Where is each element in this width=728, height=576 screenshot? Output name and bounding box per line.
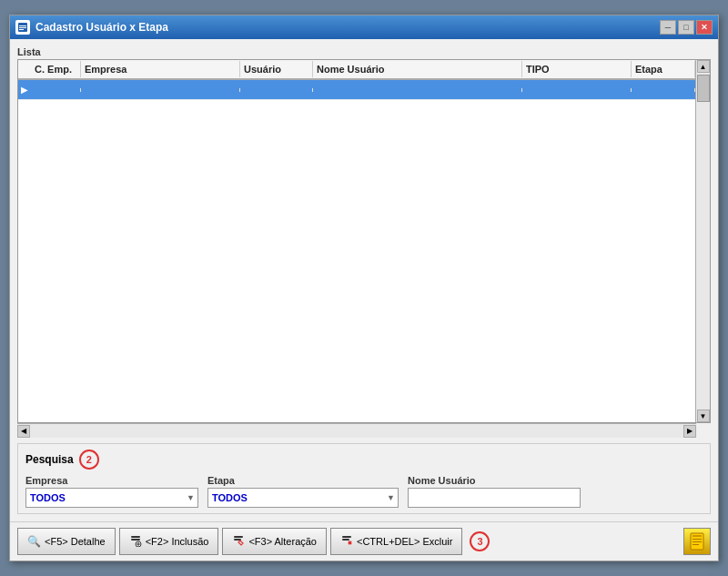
search-title-row: Pesquisa 2 xyxy=(25,450,703,470)
cell-nomeusuario xyxy=(313,88,522,92)
empresa-label: Empresa xyxy=(25,475,198,486)
cell-cemp xyxy=(31,88,81,92)
etapa-select[interactable]: TODOS xyxy=(207,488,399,508)
scroll-down-button[interactable]: ▼ xyxy=(697,409,710,422)
scroll-thumb[interactable] xyxy=(697,75,710,102)
svg-rect-18 xyxy=(693,541,702,542)
horizontal-scrollbar[interactable]: ◀ ▶ xyxy=(17,423,696,438)
nomeusuario-input[interactable] xyxy=(408,488,581,508)
table-header: C. Emp. Empresa Usuário Nome Usuário 1 T… xyxy=(18,60,710,80)
scroll-up-button[interactable]: ▲ xyxy=(697,60,710,73)
table-body[interactable]: ▶ xyxy=(18,80,710,422)
etapa-select-wrapper: TODOS ▼ xyxy=(207,488,399,508)
svg-rect-1 xyxy=(19,25,26,26)
cell-empresa xyxy=(81,88,240,92)
window-icon xyxy=(15,20,30,35)
window-controls: ─ □ ✕ xyxy=(660,20,713,35)
bottom-toolbar: 🔍 <F5> Detalhe <F2> Inclusão <F3> Altera… xyxy=(10,521,718,561)
empresa-select-wrapper: TODOS ▼ xyxy=(25,488,198,508)
edit-icon xyxy=(232,534,245,550)
svg-rect-3 xyxy=(19,29,24,30)
alteracao-button[interactable]: <F3> Alteração xyxy=(222,528,327,555)
hscroll-left-button[interactable]: ◀ xyxy=(17,425,30,438)
search-section: Pesquisa 2 Empresa TODOS ▼ xyxy=(17,443,711,514)
hscroll-track[interactable] xyxy=(30,424,683,438)
search-title: Pesquisa xyxy=(25,453,74,466)
badge-3-container: 3 xyxy=(470,531,490,551)
excluir-button[interactable]: <CTRL+DEL> Excluir xyxy=(330,528,462,555)
col-header-etapa: Etapa xyxy=(632,61,695,77)
svg-rect-10 xyxy=(234,536,243,538)
main-window: Cadastro Usuário x Etapa ─ □ ✕ Lista C. … xyxy=(9,15,719,561)
svg-rect-17 xyxy=(693,539,702,540)
svg-rect-5 xyxy=(131,536,140,538)
window-content: Lista C. Emp. Empresa Usuário Nome Usuár… xyxy=(10,39,718,521)
add-icon xyxy=(129,534,142,550)
inclusao-button[interactable]: <F2> Inclusão xyxy=(119,528,219,555)
row-indicator: ▶ xyxy=(18,85,31,95)
delete-icon xyxy=(340,534,353,550)
vertical-scrollbar[interactable]: ▲ ▼ xyxy=(695,60,710,422)
badge-3: 3 xyxy=(470,531,490,551)
detalhe-label: <F5> Detalhe xyxy=(45,536,106,547)
exit-button[interactable] xyxy=(683,528,711,555)
empresa-field-group: Empresa TODOS ▼ xyxy=(25,475,198,508)
close-button[interactable]: ✕ xyxy=(696,20,713,35)
col-header-tipo: TIPO xyxy=(522,61,632,77)
svg-rect-12 xyxy=(342,536,351,538)
col-header-nomeusuario: Nome Usuário 1 xyxy=(313,61,522,77)
table-section-label: Lista xyxy=(17,46,711,57)
svg-rect-16 xyxy=(693,535,702,537)
hscroll-right-button[interactable]: ▶ xyxy=(683,425,696,438)
title-bar: Cadastro Usuário x Etapa ─ □ ✕ xyxy=(10,15,718,39)
etapa-label: Etapa xyxy=(207,475,399,486)
window-title: Cadastro Usuário x Etapa xyxy=(35,21,168,34)
col-header-cemp: C. Emp. xyxy=(31,61,81,77)
col-header-usuario: Usuário xyxy=(240,61,313,77)
svg-rect-19 xyxy=(693,544,699,545)
excluir-label: <CTRL+DEL> Excluir xyxy=(357,536,452,547)
detalhe-button[interactable]: 🔍 <F5> Detalhe xyxy=(17,528,116,555)
badge-2: 2 xyxy=(79,450,99,470)
svg-rect-4 xyxy=(131,539,140,541)
etapa-field-group: Etapa TODOS ▼ xyxy=(207,475,399,508)
nomeusuario-label: Nome Usuário xyxy=(408,475,581,486)
search-icon: 🔍 xyxy=(27,535,41,548)
table-section: Lista C. Emp. Empresa Usuário Nome Usuár… xyxy=(17,46,711,438)
data-table: C. Emp. Empresa Usuário Nome Usuário 1 T… xyxy=(17,59,711,423)
cell-etapa xyxy=(632,88,695,92)
empresa-select[interactable]: TODOS xyxy=(25,488,198,508)
cell-tipo xyxy=(522,88,632,92)
svg-rect-2 xyxy=(19,27,26,28)
inclusao-label: <F2> Inclusão xyxy=(146,536,209,547)
maximize-button[interactable]: □ xyxy=(678,20,694,35)
nomeusuario-field-group: Nome Usuário xyxy=(408,475,581,508)
alteracao-label: <F3> Alteração xyxy=(248,536,317,547)
minimize-button[interactable]: ─ xyxy=(660,20,676,35)
col-header-empresa: Empresa xyxy=(81,61,240,77)
cell-usuario xyxy=(240,88,313,92)
svg-rect-11 xyxy=(342,539,349,541)
search-fields: Empresa TODOS ▼ Etapa TODOS xyxy=(25,475,703,508)
table-row[interactable]: ▶ xyxy=(18,80,695,100)
